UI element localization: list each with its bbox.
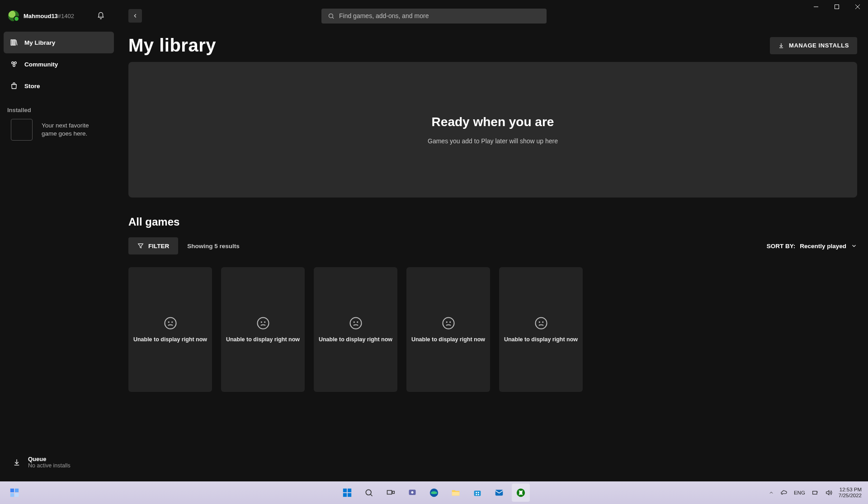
widgets-icon[interactable] (5, 484, 24, 502)
svg-rect-46 (452, 492, 460, 495)
svg-point-21 (264, 322, 265, 322)
svg-point-22 (350, 318, 361, 329)
svg-line-5 (332, 17, 334, 19)
filter-button[interactable]: FILTER (128, 237, 178, 254)
main-content: My library MANAGE INSTALLS Ready when yo… (118, 32, 868, 481)
page-title: My library (128, 35, 216, 56)
hero-subtitle: Games you add to Play later will show up… (428, 137, 558, 145)
network-icon[interactable] (811, 489, 819, 496)
user-name: Mahmoud13 (24, 13, 58, 19)
svg-point-25 (443, 318, 454, 329)
svg-point-28 (535, 318, 547, 329)
language-indicator[interactable]: ENG (794, 490, 805, 495)
hero-banner: Ready when you are Games you add to Play… (128, 62, 857, 198)
filter-icon (137, 243, 144, 249)
svg-rect-32 (15, 489, 19, 492)
placeholder-text: Your next favorite game goes here. (42, 122, 100, 138)
svg-rect-41 (387, 490, 392, 494)
sidebar-item-store[interactable]: Store (4, 75, 114, 97)
sidebar-item-label: Store (24, 83, 40, 89)
manage-installs-button[interactable]: MANAGE INSTALLS (770, 37, 857, 54)
msstore-icon[interactable] (468, 484, 486, 502)
installed-section-label: Installed (4, 97, 114, 119)
community-icon (10, 60, 18, 68)
svg-point-23 (354, 322, 354, 322)
sort-value: Recently played (800, 243, 846, 250)
title-row: My library MANAGE INSTALLS (128, 35, 857, 56)
clock[interactable]: 12:53 PM 7/25/2022 (839, 487, 862, 498)
sidebar-item-library[interactable]: My Library (4, 32, 114, 53)
mail-icon[interactable] (490, 484, 508, 502)
svg-point-39 (366, 490, 371, 495)
svg-rect-47 (474, 490, 481, 496)
svg-point-26 (446, 322, 447, 322)
game-card[interactable]: Unable to display right now (314, 267, 397, 392)
results-count: Showing 5 results (187, 243, 240, 250)
sort-dropdown[interactable]: SORT BY: Recently played (767, 243, 857, 250)
user-name-block: Mahmoud13#1402 (24, 12, 74, 20)
filter-row: FILTER Showing 5 results SORT BY: Recent… (128, 237, 857, 254)
svg-rect-48 (476, 492, 477, 493)
search-input[interactable] (339, 12, 540, 19)
topbar: Mahmoud13#1402 (0, 0, 868, 32)
game-card[interactable]: Unable to display right now (499, 267, 583, 392)
svg-point-20 (261, 322, 261, 322)
minimize-button[interactable] (806, 0, 826, 14)
notifications-icon[interactable] (97, 12, 105, 20)
sidebar-item-label: My Library (24, 39, 55, 46)
game-cards: Unable to display right now Unable to di… (128, 267, 857, 392)
taskbar-left (0, 484, 24, 502)
svg-rect-35 (343, 489, 347, 492)
sad-face-icon (442, 316, 455, 330)
onedrive-icon[interactable] (780, 489, 788, 496)
tray-chevron-icon[interactable] (769, 490, 774, 495)
sidebar-item-community[interactable]: Community (4, 53, 114, 75)
xbox-icon[interactable] (512, 484, 530, 502)
user-area[interactable]: Mahmoud13#1402 (0, 10, 118, 21)
maximize-button[interactable] (826, 0, 847, 14)
taskbar-search-icon[interactable] (360, 484, 378, 502)
sidebar-item-label: Community (24, 61, 58, 68)
sidebar: My Library Community Store Installed You… (0, 32, 118, 481)
svg-line-40 (371, 495, 373, 496)
sad-face-icon (349, 316, 363, 330)
game-card-text: Unable to display right now (223, 336, 302, 343)
manage-installs-label: MANAGE INSTALLS (789, 42, 849, 49)
svg-rect-31 (10, 489, 14, 492)
volume-icon[interactable] (825, 489, 832, 496)
start-icon[interactable] (338, 484, 356, 502)
svg-point-11 (14, 62, 17, 64)
queue-area[interactable]: Queue No active installs (4, 456, 114, 469)
svg-point-27 (450, 322, 450, 322)
search-box[interactable] (321, 9, 547, 24)
svg-point-10 (12, 62, 14, 64)
sort-prefix: SORT BY: (767, 243, 796, 250)
explorer-icon[interactable] (447, 484, 465, 502)
svg-rect-33 (10, 493, 14, 497)
svg-rect-36 (348, 489, 351, 492)
game-card[interactable]: Unable to display right now (128, 267, 212, 392)
svg-point-30 (542, 322, 543, 322)
avatar (8, 10, 19, 21)
queue-sub: No active installs (28, 462, 71, 469)
game-card-text: Unable to display right now (131, 336, 210, 343)
game-card[interactable]: Unable to display right now (406, 267, 490, 392)
svg-rect-51 (478, 494, 479, 495)
library-icon (10, 38, 18, 47)
placeholder-tile[interactable] (11, 119, 33, 141)
queue-title: Queue (28, 456, 71, 462)
svg-rect-38 (348, 493, 351, 497)
taskview-icon[interactable] (382, 484, 400, 502)
chat-icon[interactable] (403, 484, 421, 502)
back-button[interactable] (128, 9, 142, 23)
hero-title: Ready when you are (432, 115, 554, 129)
taskbar: ENG 12:53 PM 7/25/2022 (0, 481, 868, 504)
svg-point-19 (257, 318, 269, 329)
sad-face-icon (256, 316, 270, 330)
game-card[interactable]: Unable to display right now (221, 267, 305, 392)
close-button[interactable] (847, 0, 868, 14)
edge-icon[interactable] (425, 484, 443, 502)
svg-point-12 (13, 65, 15, 67)
svg-rect-49 (478, 492, 479, 493)
taskbar-center (338, 484, 530, 502)
